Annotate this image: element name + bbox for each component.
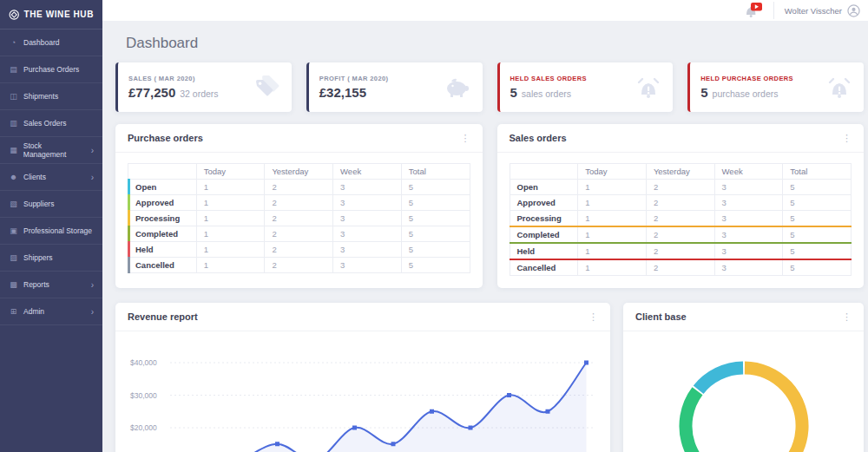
sidebar-item-shippers[interactable]: ▨Shippers [0, 245, 102, 272]
sales-orders-card-header: Sales orders ⋮ [497, 124, 865, 153]
sidebar-item-reports[interactable]: ▩Reports› [0, 272, 102, 298]
kpi-text: HELD PURCHASE ORDERS5purchase orders [700, 75, 793, 100]
row-accent-bar [128, 210, 130, 226]
table-cell: 1 [196, 211, 265, 226]
table-row-processing: Processing1235 [128, 211, 470, 226]
kebab-menu-icon[interactable]: ⋮ [842, 134, 852, 143]
kpi-card-1: PROFIT ( MAR 2020)£32,155 [306, 62, 483, 112]
sidebar-item-professional-storage[interactable]: ▣Professional Storage [0, 218, 102, 245]
column-header: Yesterday [646, 164, 714, 180]
card-title: Revenue report [128, 311, 198, 322]
kpi-value: 5 [700, 85, 707, 100]
sidebar-item-admin[interactable]: ⊞Admin› [0, 298, 102, 325]
status-label: Cancelled [510, 259, 578, 276]
purchase-orders-card-body: TodayYesterdayWeekTotalOpen1235Approved1… [115, 153, 483, 285]
kebab-menu-icon[interactable]: ⋮ [842, 312, 852, 322]
table-cell: 5 [783, 243, 852, 259]
brand-logo[interactable]: THE WINE HUB [0, 0, 102, 29]
table-cell: 1 [578, 259, 647, 276]
purchase-orders-icon: ▤ [9, 65, 18, 74]
chevron-right-icon: › [91, 173, 94, 182]
notification-bell-button[interactable] [740, 0, 763, 21]
table-cell: 5 [783, 259, 852, 276]
table-cell: 3 [333, 242, 402, 258]
sidebar-item-label: Dashboard [23, 38, 60, 47]
purchase-orders-card: Purchase orders ⋮ TodayYesterdayWeekTota… [115, 124, 483, 288]
kpi-suffix: purchase orders [713, 88, 779, 99]
clients-icon: ☻ [9, 173, 18, 181]
chevron-right-icon: › [91, 280, 94, 290]
sales-orders-icon: ▥ [9, 119, 18, 128]
topbar-right: Wolter Visscher [740, 0, 860, 21]
svg-text:$40,000: $40,000 [130, 358, 157, 367]
column-header: Today [196, 164, 265, 180]
reports-icon: ▩ [9, 280, 18, 289]
alarm-icon [635, 74, 662, 102]
status-label: Open [510, 180, 578, 195]
kebab-menu-icon[interactable]: ⋮ [589, 312, 598, 322]
revenue-chart-body: $40,000$30,000$20,000 [115, 331, 610, 452]
teal-segment [699, 368, 743, 390]
card-title: Purchase orders [128, 133, 203, 143]
bell-icon [740, 0, 763, 21]
shippers-icon: ▨ [9, 253, 18, 262]
table-cell: 1 [196, 226, 265, 242]
shipments-icon: ◫ [9, 92, 18, 101]
green-segment [686, 391, 736, 452]
table-cell: 3 [714, 226, 783, 243]
table-row-approved: Approved1235 [128, 195, 470, 211]
svg-text:$30,000: $30,000 [130, 391, 157, 400]
sidebar-item-stock-management[interactable]: ▦Stock Management› [0, 137, 102, 164]
table-cell: 2 [265, 226, 333, 242]
table-cell: 1 [578, 243, 647, 259]
piggy-bank-icon [444, 74, 472, 102]
table-cell: 2 [265, 195, 333, 211]
status-label: Cancelled [128, 258, 197, 273]
kpi-suffix: sales orders [522, 88, 571, 99]
content: Dashboard SALES ( MAR 2020)£77,25032 ord… [102, 21, 868, 452]
table-cell: 3 [333, 258, 402, 273]
sidebar-item-suppliers[interactable]: ▧Suppliers [0, 191, 102, 218]
sidebar-item-label: Admin [23, 307, 44, 316]
kebab-menu-icon[interactable]: ⋮ [461, 134, 470, 143]
suppliers-icon: ▧ [9, 200, 18, 208]
revenue-report-card-header: Revenue report ⋮ [115, 303, 610, 331]
table-cell: 1 [196, 242, 265, 258]
table-cell: 5 [401, 180, 470, 195]
column-header: Total [401, 164, 470, 180]
table-cell: 5 [783, 211, 852, 227]
sidebar-item-dashboard[interactable]: ◔Dashboard [0, 29, 102, 56]
sidebar-item-label: Stock Management [23, 141, 86, 159]
sidebar-item-shipments[interactable]: ◫Shipments [0, 83, 102, 110]
table-cell: 1 [196, 258, 265, 273]
wine-hub-logo-icon [9, 8, 19, 22]
tables-row: Purchase orders ⋮ TodayYesterdayWeekTota… [115, 124, 864, 288]
youtube-badge-icon [751, 3, 762, 11]
row-accent-bar [128, 241, 130, 258]
topbar: Wolter Visscher [102, 0, 868, 21]
client-base-card: Client base ⋮ [623, 303, 864, 452]
table-cell: 2 [646, 243, 714, 259]
table-cell: 2 [646, 211, 714, 227]
kpi-value: £32,155 [319, 85, 366, 100]
status-label: Completed [128, 226, 197, 242]
kpi-value-row: 5sales orders [510, 85, 587, 100]
sidebar-item-label: Suppliers [23, 200, 54, 208]
column-header: Week [714, 164, 783, 180]
sidebar-item-label: Reports [23, 280, 49, 289]
sidebar-item-purchase-orders[interactable]: ▤Purchase Orders [0, 56, 102, 83]
kpi-value: 5 [510, 85, 517, 100]
table-cell: 5 [401, 211, 470, 226]
sidebar-item-label: Shipments [23, 92, 58, 101]
table-cell: 5 [401, 195, 470, 211]
sales-orders-card: Sales orders ⋮ TodayYesterdayWeekTotalOp… [497, 124, 865, 288]
row-accent-bar [128, 194, 130, 211]
dashboard-icon: ◔ [9, 38, 18, 47]
sidebar-item-sales-orders[interactable]: ▥Sales Orders [0, 110, 102, 137]
status-label: Held [510, 243, 578, 259]
table-cell: 3 [333, 226, 402, 242]
kpi-label: HELD PURCHASE ORDERS [700, 75, 793, 82]
user-menu-button[interactable]: Wolter Visscher [785, 4, 860, 17]
table-cell: 3 [714, 180, 783, 195]
sidebar-item-clients[interactable]: ☻Clients› [0, 164, 102, 191]
